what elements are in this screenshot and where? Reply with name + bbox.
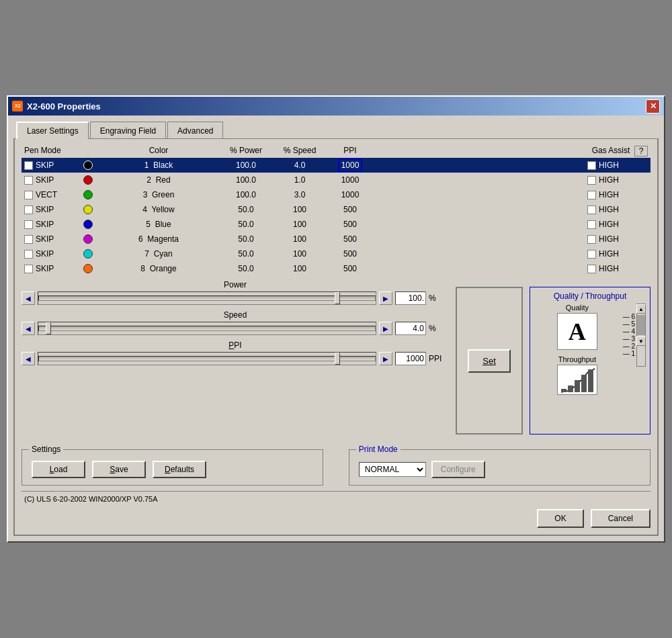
table-row[interactable]: SKIP 5 Blue 50.0 100 500 HIGH <box>22 217 650 232</box>
gas-label: HIGH <box>599 175 619 185</box>
power-value: 50.0 <box>219 249 273 259</box>
close-button[interactable]: ✕ <box>646 99 660 113</box>
pen-number: 7 Cyan <box>98 249 219 259</box>
configure-button[interactable]: Configure <box>431 461 485 478</box>
scale-numbers: — 6 — 5 — 4 — 3 — 2 — 1 <box>623 304 635 367</box>
color-swatch <box>78 175 98 185</box>
gas-label: HIGH <box>599 220 619 229</box>
ppi-slider-track[interactable] <box>38 352 376 365</box>
ppi-slider-group: PPI ◀ ▶ PPI <box>22 340 449 365</box>
set-button-area: Set <box>456 287 523 435</box>
quality-label: Quality <box>566 304 589 312</box>
speed-decrease-button[interactable]: ◀ <box>22 322 35 335</box>
pen-number: 4 Yellow <box>98 205 219 214</box>
gas-checkbox[interactable] <box>587 235 596 244</box>
ppi-value: 1000 <box>327 175 374 185</box>
status-text: (C) ULS 6-20-2002 WIN2000/XP V0.75A <box>22 492 161 503</box>
pen-mode-checkbox[interactable] <box>24 250 33 259</box>
ppi-value: 500 <box>327 264 374 273</box>
pen-mode-checkbox[interactable] <box>24 265 33 273</box>
power-slider-track[interactable] <box>38 291 376 305</box>
gas-checkbox[interactable] <box>587 161 596 170</box>
power-unit: % <box>429 293 449 303</box>
tab-bar: Laser Settings Engraving Field Advanced <box>13 121 659 138</box>
table-row[interactable]: VECT 3 Green 100.0 3.0 1000 HIGH <box>22 187 650 202</box>
gas-checkbox[interactable] <box>587 191 596 199</box>
pen-mode-checkbox[interactable] <box>24 161 33 170</box>
gas-label: HIGH <box>599 205 619 214</box>
scroll-up-button[interactable]: ▲ <box>636 304 646 314</box>
svg-rect-4 <box>568 385 573 392</box>
header-help[interactable]: ? <box>634 146 648 156</box>
footer-row: Settings Load Save Defaults <box>22 440 650 486</box>
power-slider-group: Power ◀ ▶ % <box>22 280 449 305</box>
tab-advanced[interactable]: Advanced <box>167 122 223 139</box>
print-mode-select[interactable]: NORMAL 3D <box>359 462 426 477</box>
pen-mode-checkbox[interactable] <box>24 176 33 185</box>
load-button[interactable]: Load <box>32 461 85 478</box>
set-button[interactable]: Set <box>468 349 511 373</box>
table-row[interactable]: SKIP 1 Black 100.0 4.0 1000 HIGH <box>22 158 650 173</box>
defaults-button[interactable]: Defaults <box>153 461 206 478</box>
ppi-value: 500 <box>327 220 374 229</box>
ppi-increase-button[interactable]: ▶ <box>379 352 392 365</box>
power-value: 100.0 <box>219 161 273 170</box>
power-label: Power <box>22 280 449 289</box>
speed-increase-button[interactable]: ▶ <box>379 322 392 335</box>
pen-mode-label: SKIP <box>36 205 54 214</box>
gas-label: HIGH <box>599 161 619 170</box>
ppi-decrease-button[interactable]: ◀ <box>22 352 35 365</box>
color-swatch <box>78 264 98 273</box>
speed-value: 3.0 <box>273 190 327 199</box>
speed-value: 100 <box>273 220 327 229</box>
gas-checkbox[interactable] <box>587 176 596 185</box>
gas-checkbox[interactable] <box>587 206 596 214</box>
power-decrease-button[interactable]: ◀ <box>22 291 35 305</box>
speed-value: 1.0 <box>273 175 327 185</box>
sliders-set-row: Power ◀ ▶ % <box>22 280 523 435</box>
table-row[interactable]: SKIP 8 Orange 50.0 100 500 HIGH <box>22 261 650 276</box>
table-row[interactable]: SKIP 2 Red 100.0 1.0 1000 HIGH <box>22 173 650 187</box>
speed-slider-group: Speed ◀ ▶ % <box>22 310 449 335</box>
svg-rect-7 <box>588 369 593 392</box>
pen-mode-checkbox[interactable] <box>24 220 33 229</box>
cancel-button[interactable]: Cancel <box>591 509 650 528</box>
gas-checkbox[interactable] <box>587 265 596 273</box>
color-swatch <box>78 249 98 259</box>
ppi-input[interactable] <box>395 352 426 365</box>
tab-engraving-field[interactable]: Engraving Field <box>90 122 166 139</box>
speed-value: 100 <box>273 249 327 259</box>
ppi-unit: PPI <box>429 354 449 363</box>
speed-slider-track[interactable] <box>38 322 376 335</box>
save-button[interactable]: Save <box>92 461 146 478</box>
window-icon: X2 <box>12 101 23 111</box>
throughput-icon[interactable] <box>557 365 597 395</box>
quality-icon[interactable]: A <box>557 313 597 350</box>
sliders-column: Power ◀ ▶ % <box>22 280 449 435</box>
quality-title: Quality / Throughput <box>534 291 646 301</box>
speed-input[interactable] <box>395 322 426 335</box>
gas-checkbox[interactable] <box>587 220 596 229</box>
gas-label: HIGH <box>599 249 619 259</box>
table-row[interactable]: SKIP 4 Yellow 50.0 100 500 HIGH <box>22 202 650 217</box>
gas-checkbox[interactable] <box>587 250 596 259</box>
table-row[interactable]: SKIP 7 Cyan 50.0 100 500 HIGH <box>22 246 650 261</box>
pen-mode-checkbox[interactable] <box>24 191 33 199</box>
pen-mode-label: SKIP <box>36 161 54 170</box>
tab-laser-settings[interactable]: Laser Settings <box>16 122 89 139</box>
power-increase-button[interactable]: ▶ <box>379 291 392 305</box>
pen-mode-checkbox[interactable] <box>24 235 33 244</box>
power-input[interactable] <box>395 291 426 305</box>
quality-scrollbar[interactable]: ▲ ▼ <box>636 304 646 367</box>
pen-number: 8 Orange <box>98 264 219 273</box>
header-speed: % Speed <box>273 146 327 156</box>
speed-value: 100 <box>273 205 327 214</box>
ok-button[interactable]: OK <box>537 509 583 528</box>
gas-label: HIGH <box>599 264 619 273</box>
scroll-down-button[interactable]: ▼ <box>636 336 646 346</box>
table-header: Pen Mode Color % Power % Speed PPI Gas A… <box>22 146 650 156</box>
pen-mode-checkbox[interactable] <box>24 206 33 214</box>
table-row[interactable]: SKIP 6 Magenta 50.0 100 500 HIGH <box>22 232 650 246</box>
power-value: 100.0 <box>219 190 273 199</box>
power-value: 100.0 <box>219 175 273 185</box>
